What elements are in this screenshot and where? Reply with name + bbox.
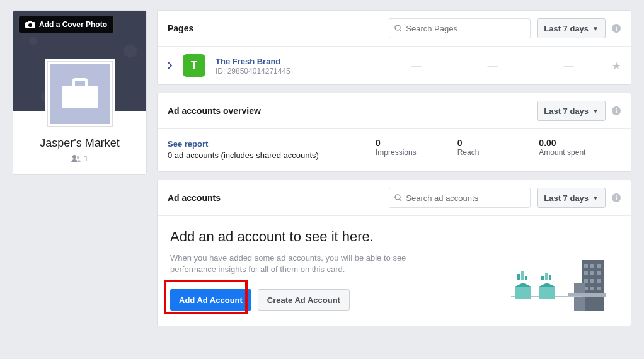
page-id: ID: 298504014271445 <box>216 67 373 76</box>
svg-rect-31 <box>545 273 548 280</box>
empty-state-illustration <box>505 229 618 311</box>
svg-point-5 <box>72 155 76 159</box>
svg-rect-19 <box>590 279 594 283</box>
member-count: 1 <box>18 154 141 163</box>
svg-rect-30 <box>541 276 544 280</box>
page-metric-1: — <box>383 60 449 71</box>
page-badge: T <box>183 54 205 77</box>
svg-rect-13 <box>590 264 594 268</box>
svg-rect-16 <box>590 271 594 275</box>
svg-point-7 <box>395 25 400 30</box>
ad-accounts-card: Ad accounts Last 7 days ▼ i Add an ad ac… <box>157 180 631 326</box>
cover-area: Add a Cover Photo <box>13 11 146 111</box>
star-icon[interactable]: ★ <box>612 60 621 72</box>
see-report-link[interactable]: See report <box>168 139 208 149</box>
empty-state-title: Add an ad account to see it here. <box>170 229 492 245</box>
svg-rect-28 <box>521 271 524 280</box>
caret-down-icon: ▼ <box>592 25 599 32</box>
search-icon <box>394 194 402 202</box>
svg-line-10 <box>400 199 401 201</box>
page-metric-2: — <box>459 60 526 71</box>
search-pages-field[interactable] <box>389 18 531 38</box>
info-icon[interactable]: i <box>612 106 621 115</box>
overview-card: Ad accounts overview Last 7 days ▼ i See… <box>157 93 631 172</box>
stat-impressions: 0 Impressions <box>376 138 457 160</box>
caret-down-icon: ▼ <box>592 108 599 115</box>
search-pages-input[interactable] <box>406 24 525 33</box>
svg-rect-3 <box>62 86 98 108</box>
people-icon <box>71 155 81 162</box>
profile-card: Add a Cover Photo Jasper's Market <box>13 10 147 175</box>
stat-amount-spent: 0.00 Amount spent <box>539 138 621 160</box>
svg-line-8 <box>400 30 401 31</box>
svg-rect-29 <box>525 276 527 280</box>
empty-state-desc: When you have added some ad accounts, yo… <box>170 253 422 275</box>
profile-picture[interactable] <box>45 59 115 129</box>
search-ad-accounts-field[interactable] <box>389 188 531 208</box>
svg-rect-4 <box>74 79 86 87</box>
briefcase-icon <box>61 78 99 110</box>
ad-accounts-range-label: Last 7 days <box>544 193 589 203</box>
add-ad-account-button[interactable]: Add Ad Account <box>170 289 251 311</box>
search-icon <box>394 25 402 32</box>
overview-subtext: 0 ad accounts (includes shared accounts) <box>168 151 376 160</box>
pages-card-title: Pages <box>168 23 382 33</box>
svg-rect-1 <box>28 21 32 23</box>
svg-rect-17 <box>597 271 601 275</box>
overview-range-label: Last 7 days <box>544 106 589 116</box>
member-count-value: 1 <box>84 154 88 163</box>
svg-point-9 <box>395 195 400 200</box>
pages-range-label: Last 7 days <box>544 24 589 33</box>
svg-rect-18 <box>584 279 588 283</box>
page-metric-3: — <box>536 60 602 71</box>
chevron-right-icon[interactable] <box>168 62 173 69</box>
create-ad-account-button[interactable]: Create Ad Account <box>258 289 350 311</box>
add-cover-label: Add a Cover Photo <box>39 20 107 29</box>
info-icon[interactable]: i <box>612 24 621 33</box>
svg-rect-22 <box>590 287 594 290</box>
svg-rect-27 <box>517 274 520 280</box>
add-cover-button[interactable]: Add a Cover Photo <box>18 16 114 33</box>
svg-point-2 <box>28 23 32 27</box>
caret-down-icon: ▼ <box>592 195 599 202</box>
pages-card: Pages Last 7 days ▼ i T <box>157 10 631 85</box>
profile-name: Jasper's Market <box>18 137 141 150</box>
search-ad-accounts-input[interactable] <box>406 193 525 203</box>
page-name-link[interactable]: The Fresh Brand <box>216 57 280 66</box>
stat-reach: 0 Reach <box>457 138 539 160</box>
page-row: T The Fresh Brand ID: 298504014271445 — … <box>158 47 631 84</box>
info-icon[interactable]: i <box>612 193 621 202</box>
svg-rect-14 <box>597 264 601 268</box>
pages-range-button[interactable]: Last 7 days ▼ <box>537 18 606 38</box>
svg-point-6 <box>77 156 79 158</box>
svg-rect-23 <box>597 287 601 290</box>
ad-accounts-title: Ad accounts <box>168 193 382 203</box>
svg-rect-12 <box>584 264 588 268</box>
svg-rect-20 <box>597 279 601 283</box>
svg-rect-15 <box>584 271 588 275</box>
overview-title: Ad accounts overview <box>168 106 531 116</box>
ad-accounts-range-button[interactable]: Last 7 days ▼ <box>537 188 606 208</box>
camera-icon <box>25 21 35 28</box>
svg-rect-32 <box>549 275 551 280</box>
overview-range-button[interactable]: Last 7 days ▼ <box>537 101 606 121</box>
